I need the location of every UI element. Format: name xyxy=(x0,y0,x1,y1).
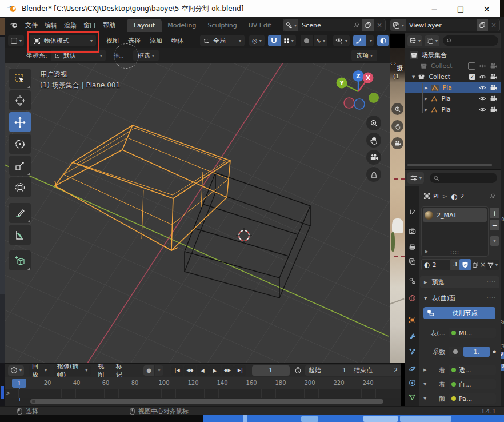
crumb-material-name[interactable]: 2 xyxy=(460,193,464,200)
expander-icon[interactable]: ▶ xyxy=(425,108,427,112)
channel-expand-icon[interactable]: > xyxy=(6,390,10,396)
tab-uvedit[interactable]: UV Edit xyxy=(243,19,277,32)
playback-menu[interactable]: 回放▾ xyxy=(29,365,50,376)
timeline-channel-area[interactable]: > xyxy=(5,389,401,398)
tab-modeling[interactable]: Modeling xyxy=(162,19,202,32)
camera-visibility-icon[interactable] xyxy=(490,84,497,91)
camera-visibility-icon[interactable] xyxy=(490,62,497,70)
scene-icon[interactable]: ▾ xyxy=(283,19,298,31)
tab-view-layer[interactable] xyxy=(405,254,419,268)
play-reverse-button[interactable]: ◀ xyxy=(197,365,209,376)
end-frame-field[interactable]: 结束点2 xyxy=(350,365,401,376)
menu-view[interactable]: 视图 xyxy=(103,37,122,45)
new-material-icon[interactable] xyxy=(472,261,479,268)
jump-to-start-button[interactable]: |◀ xyxy=(171,365,183,376)
scene-name[interactable]: Scene xyxy=(298,22,353,29)
auto-key-button[interactable]: ● xyxy=(143,365,155,376)
falloff-dropdown[interactable]: ∿ ▾ xyxy=(314,35,327,46)
menu-object[interactable]: 物体 xyxy=(168,37,187,45)
minimize-button[interactable]: − xyxy=(421,4,447,13)
options-dropdown[interactable]: 选项 ▾ xyxy=(351,50,377,61)
viewport-canvas[interactable]: Z X Y xyxy=(5,63,390,363)
factor-value-slider[interactable]: 1. xyxy=(463,347,490,357)
tab-constraints[interactable] xyxy=(405,376,419,389)
current-frame-field[interactable]: 1 xyxy=(252,365,290,376)
snap-toggle-button[interactable] xyxy=(268,35,281,46)
row-expander-icon[interactable]: ▼ xyxy=(423,382,429,387)
properties-search-input[interactable] xyxy=(430,173,497,183)
outliner-row-scene-collection[interactable]: 场景集合 xyxy=(405,50,501,61)
material-users-count[interactable]: 3 xyxy=(451,259,459,270)
hide-eye-icon[interactable] xyxy=(479,84,486,91)
jump-to-end-button[interactable]: ▶| xyxy=(234,365,246,376)
view-layer-name[interactable]: ViewLayer xyxy=(406,22,477,29)
outliner-row-object[interactable]: ▶ Pla xyxy=(405,93,501,104)
outliner-search-input[interactable] xyxy=(443,35,498,46)
pan-hand-button[interactable] xyxy=(366,133,381,148)
hide-eye-icon[interactable] xyxy=(479,106,486,113)
outliner-row-object[interactable]: ▶ Pla xyxy=(405,104,501,115)
zoom-button[interactable] xyxy=(366,116,381,130)
play-button[interactable]: ▶ xyxy=(209,365,221,376)
outliner-row-object-selected[interactable]: ▶ Pla xyxy=(405,82,501,93)
expander-icon[interactable]: ▼ xyxy=(412,75,415,79)
next-keyframe-button[interactable]: ◆▶ xyxy=(222,365,234,376)
camera-visibility-icon[interactable] xyxy=(490,73,497,81)
surface-shader-dropdown[interactable]: MI... xyxy=(449,328,496,338)
outliner-display-mode-button[interactable]: ▾ xyxy=(407,35,422,46)
blender-menu-icon[interactable] xyxy=(9,22,18,29)
view-layer-icon[interactable]: ▾ xyxy=(391,19,406,31)
new-scene-icon[interactable] xyxy=(362,19,374,31)
tool-transform[interactable] xyxy=(9,177,31,197)
material-slot-row[interactable]: 2_MAT xyxy=(423,208,487,222)
strip-pan-button[interactable] xyxy=(391,120,403,132)
current-frame-marker[interactable]: 1 xyxy=(12,379,26,388)
strip-camera-button[interactable] xyxy=(391,137,403,149)
tool-rotate[interactable] xyxy=(9,134,31,154)
tab-world[interactable] xyxy=(405,291,419,305)
outliner-filter-button[interactable]: ▾ xyxy=(425,35,439,46)
strip-resize-arrows[interactable]: ‹ › xyxy=(390,61,396,66)
stopwatch-icon[interactable] xyxy=(294,367,302,374)
resize-grip[interactable]: :::: xyxy=(450,249,459,255)
pivot-dropdown[interactable]: ◎ ▾ xyxy=(249,35,265,46)
properties-editor-type-button[interactable]: ▾ xyxy=(407,172,424,184)
tab-tool[interactable] xyxy=(405,205,419,219)
hide-eye-icon[interactable] xyxy=(479,95,486,102)
tab-physics[interactable] xyxy=(405,361,419,375)
tool-add-cube[interactable] xyxy=(9,250,31,270)
factor-socket-button[interactable] xyxy=(449,347,462,357)
slot-specials-button[interactable]: ▾ xyxy=(490,236,499,246)
crumb-object-name[interactable]: Pl xyxy=(433,193,439,200)
expander-icon[interactable]: ▶ xyxy=(425,86,427,90)
tab-output[interactable] xyxy=(405,240,419,254)
menu-window[interactable]: 窗口 xyxy=(80,21,99,30)
copy-view-layer-icon[interactable] xyxy=(477,19,488,31)
camera-view-button[interactable] xyxy=(366,150,381,165)
exclude-checkbox[interactable]: ✓ xyxy=(469,74,475,80)
keying-menu[interactable]: 抠像(插帧)▾ xyxy=(54,365,91,376)
menu-file[interactable]: 文件 xyxy=(22,21,41,30)
tab-layout[interactable]: Layout xyxy=(127,19,162,32)
timeline-hscrollbar[interactable] xyxy=(30,399,383,404)
tab-modifiers[interactable] xyxy=(405,329,419,343)
menu-help[interactable]: 帮助 xyxy=(99,21,119,30)
menu-render[interactable]: 渲染 xyxy=(61,21,80,30)
tool-select-box[interactable] xyxy=(9,69,31,89)
timeline-editor-type-button[interactable]: ▾ xyxy=(8,365,24,376)
use-nodes-button[interactable]: 使用节点 xyxy=(423,307,495,319)
expander-icon[interactable]: ▶ xyxy=(425,97,427,101)
auto-key-dropdown[interactable]: ▾ xyxy=(155,365,163,376)
visibility-dropdown[interactable]: ▾ xyxy=(333,35,350,46)
material-crumb-icon[interactable]: ◐ xyxy=(451,192,457,201)
snap-with-dropdown[interactable]: ▾ xyxy=(281,35,296,46)
tool-cursor[interactable] xyxy=(9,90,31,110)
tab-sculpting[interactable]: Sculpting xyxy=(202,19,242,32)
gizmos-dropdown[interactable]: ▾ xyxy=(366,35,374,46)
row-expander-icon[interactable]: ▼ xyxy=(423,396,429,401)
tab-object[interactable] xyxy=(405,313,419,327)
add-slot-button[interactable]: + xyxy=(490,208,499,218)
menu-add[interactable]: 添加 xyxy=(146,37,166,45)
pin-id-icon[interactable] xyxy=(489,193,496,200)
color-dropdown[interactable]: Pa... xyxy=(449,393,496,404)
